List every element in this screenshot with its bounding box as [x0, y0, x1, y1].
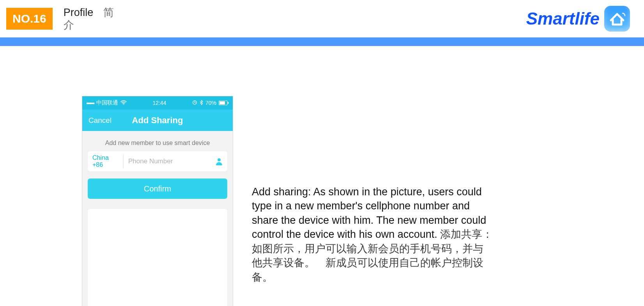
phone-screenshot: ●●●●● 中国联通 12:44 70% — [82, 96, 233, 306]
wifi-icon — [120, 100, 127, 106]
phone-statusbar: ●●●●● 中国联通 12:44 70% — [82, 96, 233, 110]
content-area: ●●●●● 中国联通 12:44 70% — [0, 46, 644, 306]
battery-icon — [219, 101, 229, 105]
cancel-button[interactable]: Cancel — [88, 116, 111, 125]
header-divider — [0, 37, 644, 46]
brand-label: Smartlife — [526, 9, 600, 28]
bluetooth-icon — [200, 100, 203, 106]
battery-pct: 70% — [205, 100, 216, 106]
statusbar-time: 12:44 — [153, 100, 166, 106]
phone-number-input[interactable] — [124, 157, 216, 165]
svg-point-4 — [218, 158, 221, 161]
svg-rect-3 — [228, 102, 229, 104]
country-code-selector[interactable]: China +86 — [92, 154, 124, 168]
slide-title-cn-2: 介 — [64, 19, 114, 31]
slide-title-en: Profile — [64, 7, 94, 18]
description-block: Add sharing: As shown in the picture, us… — [252, 96, 494, 306]
confirm-button[interactable]: Confirm — [88, 179, 227, 199]
signal-icon: ●●●●● — [86, 101, 94, 105]
slide-title-cn-1: 简 — [103, 7, 114, 18]
svg-rect-2 — [219, 101, 225, 104]
navbar-title: Add Sharing — [132, 115, 183, 126]
instruction-label: Add new member to use smart device — [82, 131, 233, 151]
contact-icon[interactable] — [216, 157, 223, 165]
smartlife-logo-icon — [604, 6, 630, 32]
slide-title: Profile简 介 — [64, 6, 114, 32]
phone-lower-panel — [88, 209, 227, 306]
slide-number-badge: NO.16 — [6, 8, 53, 30]
brand-block: Smartlife — [526, 6, 644, 32]
alarm-icon — [192, 100, 197, 106]
phone-navbar: Cancel Add Sharing — [82, 110, 233, 131]
page-header: NO.16 Profile简 介 Smartlife — [0, 0, 644, 37]
carrier-label: 中国联通 — [96, 99, 118, 106]
phone-input-row: China +86 — [88, 151, 227, 172]
